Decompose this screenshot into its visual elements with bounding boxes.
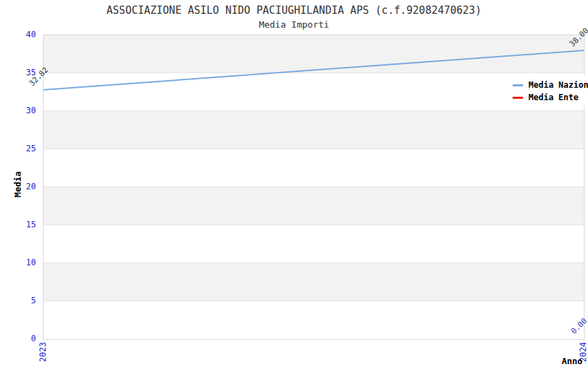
legend-item: Media Ente (507, 91, 588, 104)
chart-title: ASSOCIAZIONE ASILO NIDO PACIUGHILANDIA A… (0, 4, 588, 17)
y-tick-label: 10 (8, 258, 36, 267)
y-tick-label: 40 (8, 30, 36, 39)
chart-root: ASSOCIAZIONE ASILO NIDO PACIUGHILANDIA A… (0, 0, 588, 380)
series-line-media-nazionale (44, 50, 584, 90)
legend-item-label: Media Ente (529, 93, 578, 102)
plot-area: Media NazionaleMedia Ente (43, 35, 585, 340)
legend: Media NazionaleMedia Ente (507, 75, 588, 106)
series-lines (44, 35, 584, 339)
legend-line-swatch-icon (513, 84, 523, 86)
x-axis-title: Anno (562, 356, 582, 366)
y-tick-label: 30 (8, 106, 36, 115)
legend-line-swatch-icon (513, 97, 523, 99)
y-tick-label: 0 (8, 334, 36, 343)
y-tick-label: 25 (8, 144, 36, 153)
y-tick-label: 5 (8, 296, 36, 305)
legend-item: Media Nazionale (507, 79, 588, 91)
chart-subtitle: Media Importi (0, 19, 588, 30)
legend-item-label: Media Nazionale (529, 80, 588, 90)
y-tick-label: 15 (8, 220, 36, 229)
